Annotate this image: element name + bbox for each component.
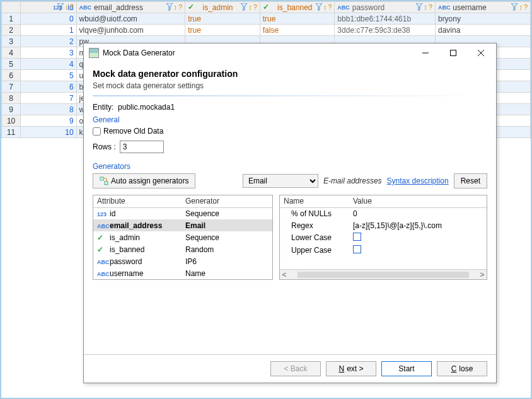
col-header-password[interactable]: ABC password ↕?	[335, 2, 436, 13]
syntax-description-link[interactable]: Syntax description	[387, 176, 449, 185]
rownum-cell[interactable]: 1	[2, 13, 21, 25]
username-cell[interactable]: bryony	[435, 13, 530, 25]
filter-sort-icon[interactable]: ↕?	[416, 3, 432, 11]
filter-sort-icon[interactable]: ↕?	[166, 3, 183, 11]
email-cell[interactable]: wbuid@uiotf.com	[76, 13, 185, 25]
param-row[interactable]: Regex [a-z]{5,15}\@[a-z]{5,}\.com	[280, 219, 487, 231]
attr-name-cell[interactable]: ✓is_banned	[93, 243, 182, 255]
username-cell[interactable]: davina	[435, 25, 530, 36]
table-row[interactable]: 1 0 wbuid@uiotf.com true true bbb1:dbe6:…	[2, 13, 531, 25]
scroll-left-icon[interactable]: <	[280, 270, 289, 279]
param-name-cell[interactable]: % of NULLs	[280, 207, 349, 219]
param-value-cell[interactable]: [a-z]{5,15}\@[a-z]{5,}\.com	[349, 219, 487, 231]
col-header-id[interactable]: 123 id ↕?	[21, 2, 76, 13]
id-cell[interactable]: 10	[21, 127, 76, 138]
password-cell[interactable]: 3dde:c77e:59c3:de38	[335, 25, 436, 36]
attr-name-cell[interactable]: ABCpassword	[93, 255, 182, 267]
param-value-cell[interactable]	[349, 231, 487, 244]
attr-name-cell[interactable]: 123id	[93, 207, 182, 219]
attr-name-cell[interactable]: ABCemail_address	[93, 219, 182, 231]
gen-header[interactable]: Generator	[182, 195, 272, 207]
param-name-header[interactable]: Name	[280, 195, 349, 207]
param-value-header[interactable]: Value	[349, 195, 487, 207]
attr-gen-cell[interactable]: IP6	[182, 255, 272, 267]
param-name-cell[interactable]: Upper Case	[280, 244, 349, 257]
attribute-row[interactable]: ✓is_banned Random	[93, 243, 272, 255]
attr-gen-cell[interactable]: Random	[182, 243, 272, 255]
scroll-right-icon[interactable]: >	[478, 270, 487, 279]
admin-cell[interactable]: true	[185, 13, 260, 25]
attr-gen-cell[interactable]: Sequence	[182, 207, 272, 219]
rownum-cell[interactable]: 5	[2, 59, 21, 70]
close-button[interactable]	[467, 44, 495, 62]
filter-sort-icon[interactable]: ↕?	[57, 3, 74, 11]
parameters-table[interactable]: Name Value % of NULLs 0Regex [a-z]{5,15}…	[279, 195, 487, 280]
attr-name-cell[interactable]: ✓is_admin	[93, 231, 182, 243]
checkbox-icon[interactable]	[353, 245, 361, 253]
param-row[interactable]: % of NULLs 0	[280, 207, 487, 219]
rownum-cell[interactable]: 3	[2, 36, 21, 47]
rownum-cell[interactable]: 7	[2, 81, 21, 93]
minimize-button[interactable]	[412, 44, 439, 62]
param-row[interactable]: Upper Case	[280, 244, 487, 257]
param-value-cell[interactable]	[349, 244, 487, 257]
table-row[interactable]: 2 1 vlqve@junhob.com true false 3dde:c77…	[2, 25, 531, 36]
auto-assign-button[interactable]: Auto assign generators	[93, 173, 195, 188]
id-cell[interactable]: 4	[21, 59, 76, 70]
id-cell[interactable]: 1	[21, 25, 76, 36]
param-value-cell[interactable]: 0	[349, 207, 487, 219]
attribute-row[interactable]: 123id Sequence	[93, 207, 272, 219]
banned-cell[interactable]: true	[260, 13, 335, 25]
admin-cell[interactable]: true	[185, 25, 260, 36]
id-cell[interactable]: 7	[21, 93, 76, 104]
rownum-cell[interactable]: 2	[2, 25, 21, 36]
col-header-email[interactable]: ABC email_address ↕?	[76, 2, 185, 13]
titlebar[interactable]: Mock Data Generator	[84, 43, 496, 62]
banned-cell[interactable]: false	[260, 25, 335, 36]
attributes-table[interactable]: Attribute Generator 123id SequenceABCema…	[93, 195, 273, 280]
rownum-cell[interactable]: 9	[2, 104, 21, 115]
id-cell[interactable]: 6	[21, 81, 76, 93]
id-cell[interactable]: 0	[21, 13, 76, 25]
param-name-cell[interactable]: Lower Case	[280, 231, 349, 244]
rownum-cell[interactable]: 10	[2, 115, 21, 127]
back-button[interactable]: < Back	[270, 361, 321, 376]
attribute-row[interactable]: ✓is_admin Sequence	[93, 231, 272, 243]
col-header-username[interactable]: ABC username ↕?	[435, 2, 530, 13]
reset-button[interactable]: Reset	[454, 173, 487, 188]
id-cell[interactable]: 3	[21, 47, 76, 59]
email-cell[interactable]: vlqve@junhob.com	[76, 25, 185, 36]
password-cell[interactable]: bbb1:dbe6:1744:461b	[335, 13, 436, 25]
col-header-is-banned[interactable]: ✓ is_banned ↕?	[260, 2, 335, 13]
attr-header[interactable]: Attribute	[93, 195, 182, 207]
attr-gen-cell[interactable]: Email	[182, 219, 272, 231]
next-button[interactable]: Next >	[326, 361, 376, 376]
rows-input[interactable]	[120, 141, 164, 153]
id-cell[interactable]: 9	[21, 115, 76, 127]
attr-name-cell[interactable]: ABCusername	[93, 267, 182, 279]
col-header-is-admin[interactable]: ✓ is_admin ↕?	[185, 2, 260, 13]
scroll-track[interactable]	[298, 272, 469, 278]
id-cell[interactable]: 8	[21, 104, 76, 115]
attr-gen-cell[interactable]: Sequence	[182, 231, 272, 243]
checkbox-icon[interactable]	[353, 233, 361, 241]
attribute-row[interactable]: ABCpassword IP6	[93, 255, 272, 267]
param-row[interactable]: Lower Case	[280, 231, 487, 244]
attribute-row[interactable]: ABCusername Name	[93, 267, 272, 279]
attribute-row[interactable]: ABCemail_address Email	[93, 219, 272, 231]
rownum-cell[interactable]: 4	[2, 47, 21, 59]
close-dialog-button[interactable]: Close	[437, 361, 487, 376]
param-name-cell[interactable]: Regex	[280, 219, 349, 231]
rownum-cell[interactable]: 6	[2, 70, 21, 81]
filter-sort-icon[interactable]: ↕?	[241, 3, 257, 11]
rownum-cell[interactable]: 8	[2, 93, 21, 104]
generator-select[interactable]: Email	[243, 174, 318, 188]
maximize-button[interactable]	[439, 44, 467, 62]
filter-sort-icon[interactable]: ↕?	[511, 3, 528, 11]
rownum-cell[interactable]: 11	[2, 127, 21, 138]
filter-sort-icon[interactable]: ↕?	[316, 3, 332, 11]
horizontal-scrollbar[interactable]: < >	[280, 269, 487, 279]
remove-old-data-checkbox[interactable]	[93, 127, 101, 136]
id-cell[interactable]: 5	[21, 70, 76, 81]
attr-gen-cell[interactable]: Name	[182, 267, 272, 279]
